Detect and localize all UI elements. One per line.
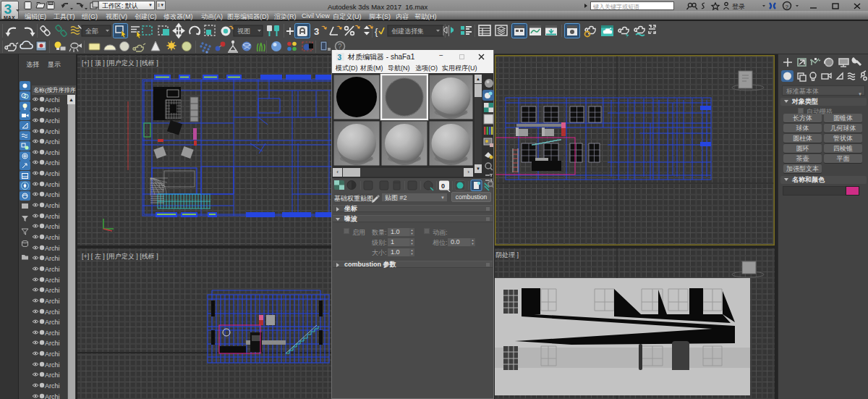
svg-text:0: 0: [441, 182, 445, 190]
svg-text:3: 3: [338, 54, 342, 62]
svg-text:[+] [ 左 ] [用户定义 ] [线框 ]: [+] [ 左 ] [用户定义 ] [线框 ]: [82, 253, 158, 260]
svg-text:登录: 登录: [732, 3, 745, 10]
svg-text:MAX: MAX: [4, 15, 15, 20]
svg-text:[+] [ 顶 ] [用户定义 ] [线框 ]: [+] [ 顶 ] [用户定义 ] [线框 ]: [82, 59, 158, 67]
svg-text:{: {: [375, 26, 378, 37]
svg-text:全部: 全部: [85, 28, 98, 35]
svg-text:?: ?: [786, 4, 789, 10]
svg-text:视图: 视图: [237, 28, 250, 35]
svg-text:创建选择集: 创建选择集: [391, 28, 424, 35]
svg-text:3: 3: [314, 26, 319, 37]
svg-text:阴处理 ]: 阴处理 ]: [495, 251, 519, 259]
